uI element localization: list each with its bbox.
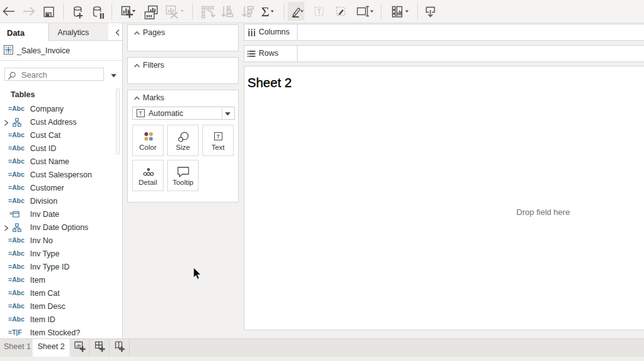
svg-text:T: T bbox=[138, 110, 142, 117]
svg-text:T: T bbox=[317, 8, 321, 15]
svg-text:T: T bbox=[216, 133, 220, 140]
svg-text:Σ: Σ bbox=[261, 4, 269, 19]
